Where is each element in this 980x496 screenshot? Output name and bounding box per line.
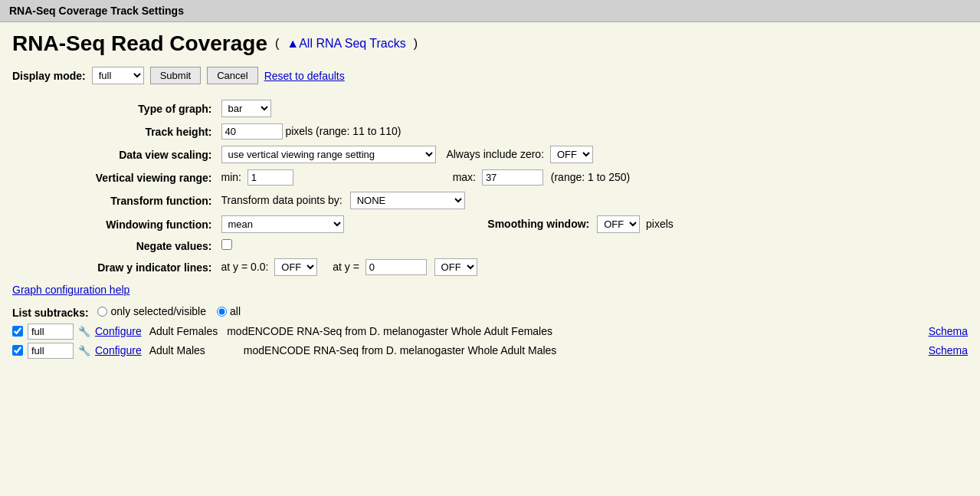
cancel-button[interactable]: Cancel bbox=[207, 67, 257, 84]
at-y1-label: at y = 0.0: bbox=[221, 261, 269, 273]
transform-function-select[interactable]: NONE LOG LOG2 SQRT bbox=[350, 192, 465, 209]
track-height-label: Track height: bbox=[12, 120, 217, 143]
all-label: all bbox=[230, 305, 241, 317]
windowing-function-select[interactable]: mean maximum minimum blur irange range s… bbox=[221, 215, 344, 233]
track2-name: Adult Males bbox=[149, 344, 205, 356]
data-view-scaling-label: Data view scaling: bbox=[12, 143, 217, 166]
smoothing-suffix: pixels bbox=[646, 218, 674, 230]
draw-y-indicator-cell: at y = 0.0: OFF ON at y = OFF ON bbox=[217, 255, 968, 279]
display-mode-label: Display mode: bbox=[12, 70, 86, 82]
min-label: min: bbox=[221, 171, 241, 183]
always-include-zero-select[interactable]: OFF ON bbox=[550, 146, 593, 163]
at-y1-select[interactable]: OFF ON bbox=[274, 258, 317, 276]
at-y2-select[interactable]: OFF ON bbox=[434, 258, 477, 276]
max-input[interactable] bbox=[482, 169, 543, 186]
windowing-function-cell: mean maximum minimum blur irange range s… bbox=[217, 212, 968, 236]
main-content: RNA-Seq Read Coverage (▲All RNA Seq Trac… bbox=[0, 22, 980, 371]
track-row: 🔧 Configure Adult Females modENCODE RNA-… bbox=[12, 324, 968, 340]
track1-name: Adult Females bbox=[149, 325, 218, 337]
track1-checkbox[interactable] bbox=[12, 326, 23, 337]
track1-schema-link[interactable]: Schema bbox=[929, 325, 968, 337]
track2-configure-label: Configure bbox=[95, 344, 142, 356]
transform-prefix: Transform data points by: bbox=[221, 194, 343, 206]
title-bar: RNA-Seq Coverage Track Settings bbox=[0, 0, 980, 22]
graph-configuration-help-link[interactable]: Graph configuration help bbox=[12, 284, 968, 296]
type-of-graph-cell: bar points bbox=[217, 97, 933, 120]
all-rna-seq-tracks-link[interactable]: ▲All RNA Seq Tracks bbox=[287, 37, 405, 51]
transform-function-label: Transform function: bbox=[12, 189, 217, 212]
vertical-viewing-range-cell: min: max: (range: 1 to 250) bbox=[217, 166, 968, 189]
vertical-range-suffix: (range: 1 to 250) bbox=[551, 171, 631, 183]
page-title-paren-close: ) bbox=[414, 37, 418, 51]
track2-checkbox[interactable] bbox=[12, 345, 23, 356]
negate-values-label: Negate values: bbox=[12, 236, 217, 255]
track-height-input[interactable] bbox=[221, 123, 283, 140]
track2-configure-link[interactable]: Configure bbox=[95, 344, 142, 356]
vertical-viewing-range-row: Vertical viewing range: min: max: (range… bbox=[12, 166, 968, 189]
transform-function-cell: Transform data points by: NONE LOG LOG2 … bbox=[217, 189, 968, 212]
vertical-viewing-range-label: Vertical viewing range: bbox=[12, 166, 217, 189]
display-mode-select[interactable]: full dense pack squish hide bbox=[92, 67, 144, 84]
only-selected-radio-label[interactable]: only selected/visible bbox=[97, 305, 206, 317]
max-label: max: bbox=[453, 171, 476, 183]
track1-configure-label: Configure bbox=[95, 325, 142, 337]
only-selected-radio[interactable] bbox=[97, 307, 107, 317]
at-y2-input[interactable] bbox=[365, 259, 427, 275]
subtracks-section: List subtracks: only selected/visible al… bbox=[12, 305, 968, 319]
settings-table: Type of graph: bar points Track height: … bbox=[12, 97, 968, 279]
tracks-list: 🔧 Configure Adult Females modENCODE RNA-… bbox=[12, 324, 968, 359]
min-input[interactable] bbox=[247, 169, 293, 186]
list-subtracks-label: List subtracks: bbox=[12, 307, 89, 319]
track-height-cell: pixels (range: 11 to 110) bbox=[217, 120, 933, 143]
at-y2-label: at y = bbox=[333, 261, 359, 273]
all-rna-seq-tracks-link-text: All RNA Seq Tracks bbox=[299, 37, 406, 50]
negate-values-checkbox[interactable] bbox=[221, 239, 232, 250]
page-title: RNA-Seq Read Coverage bbox=[12, 31, 267, 56]
negate-values-row: Negate values: bbox=[12, 236, 968, 255]
transform-function-row: Transform function: Transform data point… bbox=[12, 189, 968, 212]
subtracks-radio-group: only selected/visible all bbox=[97, 305, 241, 317]
type-of-graph-select[interactable]: bar points bbox=[221, 100, 271, 117]
negate-values-cell bbox=[217, 236, 933, 255]
data-view-scaling-cell: use vertical viewing range setting auto-… bbox=[217, 143, 968, 166]
track1-configure-link[interactable]: Configure bbox=[95, 325, 142, 337]
track-height-row: Track height: pixels (range: 11 to 110) bbox=[12, 120, 968, 143]
title-bar-text: RNA-Seq Coverage Track Settings bbox=[9, 5, 184, 17]
display-mode-row: Display mode: full dense pack squish hid… bbox=[12, 67, 968, 84]
track1-description: modENCODE RNA-Seq from D. melanogaster W… bbox=[227, 325, 923, 337]
draw-y-indicator-label: Draw y indicator lines: bbox=[12, 255, 217, 279]
track-row: 🔧 Configure Adult Males modENCODE RNA-Se… bbox=[12, 343, 968, 359]
draw-y-indicator-row: Draw y indicator lines: at y = 0.0: OFF … bbox=[12, 255, 968, 279]
track1-wrench-icon: 🔧 bbox=[78, 326, 90, 337]
track2-description: modENCODE RNA-Seq from D. melanogaster W… bbox=[244, 344, 924, 356]
page-title-paren-open: ( bbox=[275, 37, 279, 51]
all-radio[interactable] bbox=[217, 307, 227, 317]
all-rna-seq-tracks-link-symbol: ▲ bbox=[287, 37, 299, 50]
track-height-suffix: pixels (range: 11 to 110) bbox=[285, 125, 401, 137]
windowing-function-row: Windowing function: mean maximum minimum… bbox=[12, 212, 968, 236]
only-selected-label: only selected/visible bbox=[110, 305, 206, 317]
track2-display-mode[interactable] bbox=[28, 343, 74, 359]
reset-to-defaults-link[interactable]: Reset to defaults bbox=[264, 70, 345, 82]
submit-button[interactable]: Submit bbox=[150, 67, 201, 84]
track2-schema-link[interactable]: Schema bbox=[929, 344, 968, 356]
smoothing-window-select[interactable]: OFF 2 4 8 16 bbox=[597, 215, 640, 233]
data-view-scaling-select[interactable]: use vertical viewing range setting auto-… bbox=[221, 146, 436, 163]
all-radio-label[interactable]: all bbox=[217, 305, 241, 317]
track1-display-mode[interactable] bbox=[28, 324, 74, 340]
smoothing-window-label: Smoothing window: bbox=[487, 218, 589, 230]
type-of-graph-label: Type of graph: bbox=[12, 97, 217, 120]
windowing-function-label: Windowing function: bbox=[12, 212, 217, 236]
data-view-scaling-row: Data view scaling: use vertical viewing … bbox=[12, 143, 968, 166]
type-of-graph-row: Type of graph: bar points bbox=[12, 97, 968, 120]
always-include-zero-label: Always include zero: bbox=[446, 148, 544, 160]
page-title-container: RNA-Seq Read Coverage (▲All RNA Seq Trac… bbox=[12, 31, 968, 56]
track2-wrench-icon: 🔧 bbox=[78, 345, 90, 356]
